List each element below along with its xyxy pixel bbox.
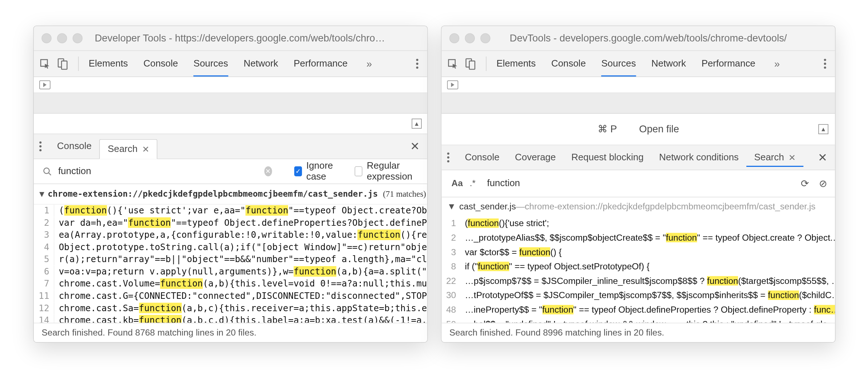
result-file-header[interactable]: ▼ cast_sender.js — chrome-extension://pk… (441, 197, 835, 216)
match-case-icon[interactable]: Aa (449, 179, 465, 188)
show-navigator-icon[interactable] (39, 80, 50, 89)
zoom-icon[interactable] (480, 33, 490, 43)
device-toggle-icon[interactable] (57, 58, 68, 70)
code-line[interactable]: 8if ("function" == typeof Object.setProt… (441, 260, 835, 274)
code-line[interactable]: 1(function(){'use strict'; (441, 216, 835, 231)
ignore-case-option[interactable]: ✓ Ignore case (294, 160, 343, 183)
more-tabs-icon[interactable]: » (367, 58, 372, 69)
result-file-name: cast_sender.js (459, 202, 516, 212)
code-line[interactable]: 7chrome.cast.Volume=function(a,b){this.l… (34, 278, 427, 290)
open-file-label: Open file (639, 123, 679, 135)
line-number: 5 (34, 253, 54, 266)
regex-option[interactable]: Regular expression (355, 160, 427, 183)
close-tab-icon[interactable]: ✕ (142, 144, 149, 155)
svg-point-3 (44, 168, 49, 173)
drawer-close-icon[interactable]: ✕ (410, 140, 420, 153)
tab-elements[interactable]: Elements (496, 51, 536, 76)
line-text: var $ctor$$ = function() { (460, 245, 562, 260)
line-text: …tPrototypeOf$$ = $JSCompiler_temp$jscom… (460, 288, 835, 303)
drawer-close-icon[interactable]: ✕ (818, 151, 827, 164)
code-line[interactable]: 3var $ctor$$ = function() { (441, 245, 835, 260)
drawer-tab-label: Search (754, 152, 784, 163)
menu-icon[interactable] (407, 57, 427, 71)
checkbox-icon[interactable] (355, 167, 362, 176)
checkbox-icon[interactable]: ✓ (294, 167, 302, 176)
code-line[interactable]: 30…tPrototypeOf$$ = $JSCompiler_temp$jsc… (441, 288, 835, 303)
code-line[interactable]: 4Object.prototype.toString.call(a);if("[… (34, 241, 427, 253)
refresh-icon[interactable]: ⟳ (801, 177, 809, 190)
drawer-menu-icon[interactable] (39, 141, 41, 151)
code-line[interactable]: 6v=oa:v=pa;return v.apply(null,arguments… (34, 265, 427, 278)
code-line[interactable]: 2var da=h,ea="function"==typeof Object.d… (34, 217, 427, 229)
inspect-element-icon[interactable] (39, 58, 50, 69)
code-line[interactable]: 11chrome.cast.G={CONNECTED:"connected",D… (34, 290, 427, 302)
window-controls (449, 33, 490, 43)
code-line[interactable]: 14chrome.cast.kb=function(a,b,c,d){this.… (34, 314, 427, 323)
drawer-tab-request-blocking[interactable]: Request blocking (564, 149, 651, 167)
close-icon[interactable] (449, 33, 459, 43)
code-line[interactable]: 1(function(){'use strict';var e,aa="func… (34, 205, 427, 217)
window-title: Developer Tools - https://developers.goo… (95, 32, 386, 44)
drawer-tabs: Console Search ✕ ✕ (34, 134, 427, 159)
code-line[interactable]: 3ea(Array.prototype,a,{configurable:!0,w… (34, 229, 427, 241)
code-line[interactable]: 12chrome.cast.Sa=function(a,b,c){this.re… (34, 302, 427, 314)
search-input[interactable] (57, 165, 264, 177)
inspect-element-icon[interactable] (447, 58, 459, 69)
clear-search-icon[interactable]: ✕ (264, 167, 272, 176)
drawer-tab-console[interactable]: Console (49, 137, 100, 155)
drawer-tab-console[interactable]: Console (457, 149, 507, 167)
close-tab-icon[interactable]: ✕ (788, 152, 796, 163)
search-highlight: function (246, 205, 288, 216)
drawer-tab-label: Search (108, 144, 137, 155)
panel-tabs: Elements Console Sources Network Perform… (496, 51, 780, 76)
drawer-tab-network-conditions[interactable]: Network conditions (651, 149, 747, 167)
result-file-header[interactable]: ▼ chrome-extension://pkedcjkdefgpdelpbcm… (34, 184, 427, 204)
tab-elements[interactable]: Elements (89, 51, 128, 76)
tab-performance[interactable]: Performance (294, 51, 347, 76)
search-input[interactable] (486, 177, 791, 190)
tab-console[interactable]: Console (144, 51, 178, 76)
minimize-icon[interactable] (57, 33, 67, 43)
device-toggle-icon[interactable] (465, 58, 476, 70)
drawer-tab-search[interactable]: Search ✕ (746, 149, 803, 167)
tab-console[interactable]: Console (551, 51, 586, 76)
code-line[interactable]: 2…_prototypeAlias$$, $$jscomp$objectCrea… (441, 230, 835, 245)
search-highlight: function (768, 290, 799, 300)
line-text: …p$jscomp$7$$ = $JSCompiler_inline_resul… (460, 274, 835, 288)
tab-network[interactable]: Network (651, 51, 686, 76)
line-number: 50 (441, 317, 460, 322)
disclosure-triangle-icon[interactable]: ▼ (39, 189, 44, 199)
cancel-icon[interactable]: ⊘ (819, 177, 827, 190)
result-match-count: (71 matches) (383, 189, 426, 199)
expand-drawer-icon[interactable]: ▲ (818, 124, 828, 134)
tab-performance[interactable]: Performance (702, 51, 755, 76)
line-text: ea(Array.prototype,a,{configurable:!0,wr… (54, 229, 427, 241)
disclosure-triangle-icon[interactable]: ▼ (447, 202, 456, 212)
more-tabs-icon[interactable]: » (774, 58, 780, 69)
tab-sources[interactable]: Sources (194, 51, 228, 76)
search-bar: Aa .* ⟳ ⊘ (441, 170, 835, 197)
menu-icon[interactable] (815, 57, 835, 71)
tab-sources[interactable]: Sources (601, 51, 636, 76)
line-text: if ("function" == typeof Object.setProto… (460, 260, 650, 274)
zoom-icon[interactable] (73, 33, 82, 43)
close-icon[interactable] (41, 33, 51, 43)
code-line[interactable]: 5r(a);return"array"==b||"object"==b&&"nu… (34, 253, 427, 266)
line-number: 2 (34, 217, 54, 229)
open-file-prompt[interactable]: ⌘ P Open file ▲ (441, 114, 835, 145)
search-highlight: func… (814, 305, 835, 314)
code-line[interactable]: 50…bal$$ = "undefined" != typeof window … (441, 317, 835, 322)
drawer-tabs: Console Coverage Request blocking Networ… (441, 145, 835, 171)
minimize-icon[interactable] (465, 33, 475, 43)
code-line[interactable]: 22…p$jscomp$7$$ = $JSCompiler_inline_res… (441, 274, 835, 288)
svg-rect-7 (469, 61, 475, 69)
drawer-menu-icon[interactable] (447, 152, 449, 162)
tab-network[interactable]: Network (243, 51, 278, 76)
expand-drawer-icon[interactable]: ▲ (412, 119, 421, 128)
code-line[interactable]: 48…ineProperty$$ = "function" == typeof … (441, 303, 835, 317)
line-number: 22 (441, 274, 460, 288)
drawer-tab-search[interactable]: Search ✕ (100, 139, 158, 159)
show-navigator-icon[interactable] (447, 80, 459, 89)
drawer-tab-coverage[interactable]: Coverage (507, 149, 564, 167)
regex-icon[interactable]: .* (465, 179, 480, 188)
